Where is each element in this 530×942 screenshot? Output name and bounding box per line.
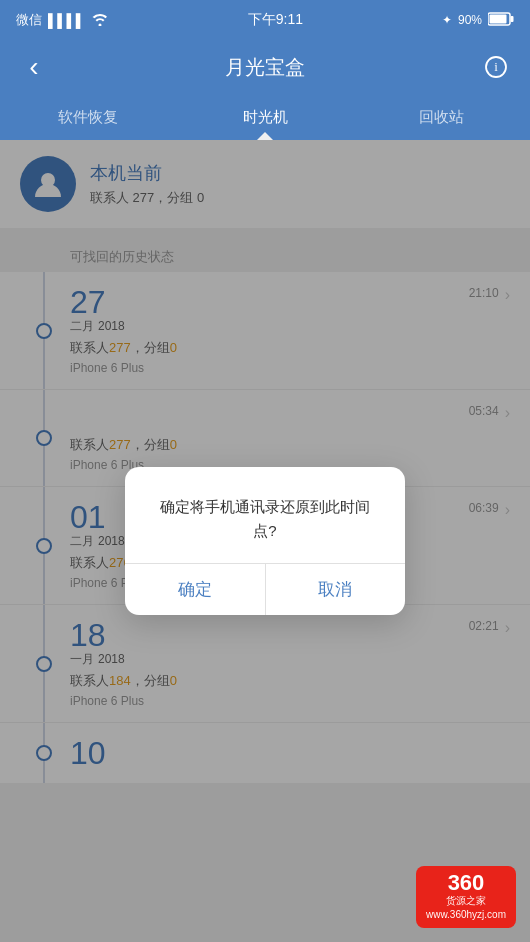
watermark: 360 货源之家 www.360hyzj.com — [416, 866, 516, 928]
status-right: ✦ 90% — [442, 12, 514, 29]
watermark-brand: 360 — [426, 872, 506, 894]
back-button[interactable]: ‹ — [16, 49, 52, 85]
wifi-icon — [91, 12, 109, 29]
svg-text:i: i — [494, 59, 498, 74]
confirm-button[interactable]: 确定 — [125, 564, 265, 615]
page-title: 月光宝盒 — [52, 54, 478, 81]
svg-rect-2 — [490, 14, 507, 23]
tab-trash[interactable]: 回收站 — [353, 94, 530, 140]
info-button[interactable]: i — [478, 49, 514, 85]
tab-timemachine[interactable]: 时光机 — [177, 94, 354, 140]
signal-icon: ▌▌▌▌ — [48, 13, 85, 28]
tab-bar: 软件恢复 时光机 回收站 — [0, 94, 530, 140]
time-display: 下午9:11 — [248, 11, 303, 29]
status-bar: 微信 ▌▌▌▌ 下午9:11 ✦ 90% — [0, 0, 530, 40]
cancel-button[interactable]: 取消 — [266, 564, 406, 615]
dialog-buttons: 确定 取消 — [125, 564, 405, 615]
dialog-overlay: 确定将手机通讯录还原到此时间点? 确定 取消 — [0, 140, 530, 942]
battery-percent: 90% — [458, 13, 482, 27]
confirm-dialog: 确定将手机通讯录还原到此时间点? 确定 取消 — [125, 467, 405, 615]
dialog-message: 确定将手机通讯录还原到此时间点? — [125, 467, 405, 563]
svg-rect-1 — [511, 16, 514, 22]
tab-restore[interactable]: 软件恢复 — [0, 94, 177, 140]
nav-bar: ‹ 月光宝盒 i — [0, 40, 530, 94]
wechat-label: 微信 — [16, 11, 42, 29]
status-left: 微信 ▌▌▌▌ — [16, 11, 109, 29]
battery-icon — [488, 12, 514, 29]
bluetooth-icon: ✦ — [442, 13, 452, 27]
watermark-text: 货源之家 www.360hyzj.com — [426, 894, 506, 922]
content-area: 本机当前 联系人 277，分组 0 可找回的历史状态 27 二月 2018 联系… — [0, 140, 530, 942]
